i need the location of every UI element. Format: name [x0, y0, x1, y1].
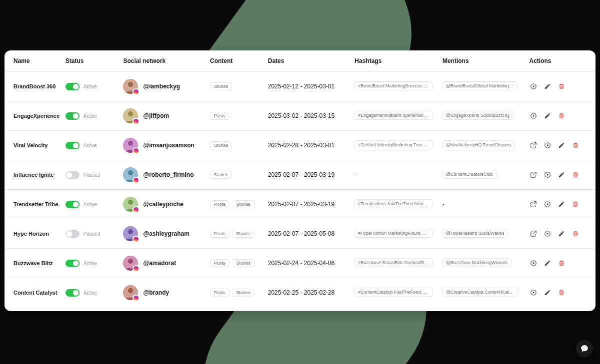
date-range: 2025-02-25 - 2025-02-28	[268, 289, 334, 296]
social-account[interactable]: @brandy	[123, 285, 204, 300]
delete-button[interactable]	[572, 230, 580, 238]
mentions-empty: -	[442, 201, 444, 208]
delete-button[interactable]	[572, 141, 580, 149]
account-handle: @amadorat	[143, 260, 176, 267]
status-toggle[interactable]	[66, 142, 80, 149]
play-button[interactable]	[544, 200, 552, 208]
content-chip-stories: Stories	[210, 171, 232, 179]
hashtags-empty: -	[354, 171, 356, 178]
social-account[interactable]: @jiffpom	[123, 108, 204, 123]
hashtags-chip: #GoViral VelocityMarketing TrendingNow	[354, 140, 432, 149]
play-button[interactable]	[544, 171, 552, 179]
edit-icon	[544, 289, 551, 296]
edit-button[interactable]	[544, 82, 552, 90]
status-toggle[interactable]	[66, 83, 80, 90]
social-account[interactable]: @imsanjusamson	[123, 138, 204, 153]
campaign-name[interactable]: Influence Ignite	[4, 160, 62, 190]
date-range: 2025-02-28 - 2025-03-01	[268, 142, 334, 149]
play-button[interactable]	[530, 259, 538, 267]
edit-button[interactable]	[544, 259, 552, 267]
edit-button[interactable]	[558, 200, 566, 208]
play-icon	[544, 171, 551, 178]
status-toggle[interactable]	[66, 230, 80, 238]
delete-button[interactable]	[558, 112, 566, 120]
play-button[interactable]	[544, 230, 552, 238]
status-toggle[interactable]	[66, 260, 80, 267]
delete-icon	[558, 83, 565, 90]
mentions-chip: @HypeMasters SocialWaves	[442, 229, 508, 238]
delete-icon	[558, 289, 565, 296]
delete-icon	[572, 142, 579, 149]
col-header-actions: Actions	[526, 50, 596, 72]
status-toggle[interactable]	[66, 171, 80, 179]
svg-point-5	[128, 141, 133, 146]
col-header-hashtags: Hashtags	[352, 50, 440, 72]
campaign-name[interactable]: EngageXperience	[4, 101, 62, 131]
play-icon	[530, 260, 537, 267]
status-label: Paused	[84, 231, 100, 237]
chat-icon	[580, 344, 589, 353]
status-label: Active	[84, 261, 97, 266]
play-button[interactable]	[544, 141, 552, 149]
mentions-chip: @CreativeCatalyst ContentFuelHQ	[442, 288, 518, 297]
col-header-social: Social network	[120, 50, 207, 72]
share-button[interactable]	[530, 230, 538, 238]
social-account[interactable]: @ashleygraham	[123, 226, 204, 241]
delete-button[interactable]	[572, 200, 580, 208]
social-account[interactable]: @calleypoche	[123, 197, 204, 212]
social-account[interactable]: @iambeckyg	[123, 79, 204, 94]
share-icon	[530, 201, 537, 208]
col-header-mentions: Mentions	[440, 50, 526, 72]
account-handle: @roberto_firmino	[143, 171, 194, 178]
chat-widget-button[interactable]	[576, 340, 593, 357]
svg-point-13	[128, 259, 133, 264]
hashtags-chip: #Buzzwave SocialBlitz ContentStorm	[354, 258, 432, 267]
play-button[interactable]	[530, 289, 538, 297]
social-account[interactable]: @roberto_firmino	[123, 167, 204, 182]
instagram-icon	[132, 177, 140, 184]
share-button[interactable]	[530, 141, 538, 149]
campaign-name[interactable]: Content Catalyst	[4, 278, 62, 308]
campaign-name[interactable]: Viral Velocity	[4, 131, 62, 160]
play-icon	[544, 230, 551, 237]
status-label: Active	[84, 290, 97, 296]
share-button[interactable]	[530, 171, 538, 179]
play-button[interactable]	[530, 82, 538, 90]
delete-button[interactable]	[558, 289, 566, 297]
delete-button[interactable]	[572, 171, 580, 179]
delete-icon	[558, 260, 565, 267]
campaign-name[interactable]: Hype Horizon	[4, 219, 62, 249]
play-button[interactable]	[530, 112, 538, 120]
mentions-chip: @ViralVelocityHQ TrendChasers	[442, 140, 515, 149]
svg-point-1	[128, 82, 133, 87]
status-toggle[interactable]	[66, 201, 80, 208]
campaign-name[interactable]: Trendsetter Tribe	[4, 190, 62, 219]
instagram-icon	[132, 206, 140, 213]
share-button[interactable]	[530, 200, 538, 208]
status-label: Active	[84, 84, 97, 89]
delete-button[interactable]	[558, 259, 566, 267]
edit-button[interactable]	[544, 112, 552, 120]
edit-button[interactable]	[558, 171, 566, 179]
edit-button[interactable]	[558, 230, 566, 238]
social-account[interactable]: @amadorat	[123, 256, 204, 271]
col-header-dates: Dates	[265, 50, 352, 72]
edit-button[interactable]	[558, 141, 566, 149]
delete-icon	[572, 230, 579, 237]
svg-point-15	[128, 288, 133, 293]
content-chip-stories: Stories	[232, 200, 254, 208]
edit-icon	[558, 201, 565, 208]
campaign-name[interactable]: Buzzwave Blitz	[4, 249, 62, 278]
instagram-icon	[132, 295, 140, 302]
content-chip-stories: Stories	[232, 259, 254, 267]
account-handle: @brandy	[143, 289, 169, 296]
play-icon	[544, 201, 551, 208]
status-toggle[interactable]	[66, 112, 80, 120]
status-toggle[interactable]	[66, 289, 80, 297]
edit-icon	[558, 142, 565, 149]
delete-icon	[572, 201, 579, 208]
campaign-name[interactable]: BrandBoost 360	[4, 72, 62, 101]
edit-button[interactable]	[544, 289, 552, 297]
delete-button[interactable]	[558, 82, 566, 90]
hashtags-chip: #BrandBoost MarketingSuccess BrandGrow	[354, 81, 432, 90]
